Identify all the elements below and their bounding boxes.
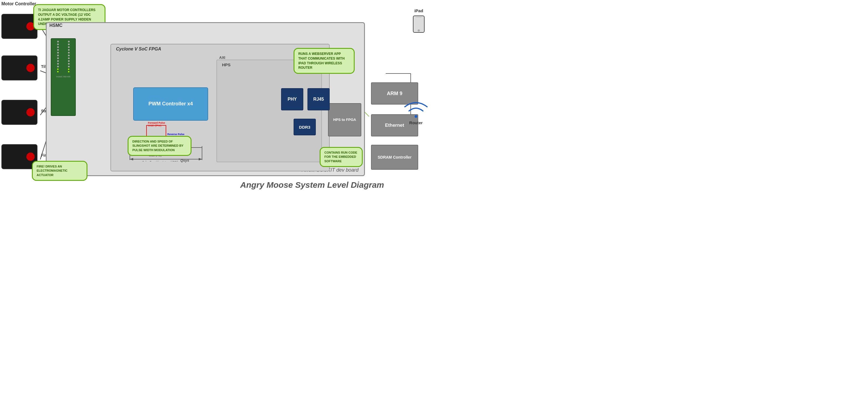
motor-stretch — [1, 100, 37, 125]
svg-rect-20 — [147, 125, 166, 136]
diagram-container: Motor Controller Pan Tilt Stretch Fire! … — [0, 0, 434, 198]
motor-pan — [1, 14, 37, 39]
router-label: Router — [402, 120, 430, 125]
router-area: Router — [402, 97, 430, 125]
pcb-board: HSMC REV05 — [51, 38, 76, 116]
sdram-box: SDRAM Controller — [371, 145, 418, 170]
ddr3-callout: CONTAINS RUN CODE FOR THE EMBEDDED SOFTW… — [320, 147, 363, 167]
svg-text:Reverse Pulse: Reverse Pulse — [167, 133, 185, 136]
rj45-box: RJ45 — [307, 88, 330, 110]
fire-callout: FIRE! DRIVES AN ELECTROMAGNETIC ACTUATOR — [32, 161, 87, 181]
axi-label: AXI — [219, 56, 225, 60]
svg-point-34 — [417, 29, 420, 32]
motor-controller-heading: Motor Controller — [1, 1, 36, 6]
cyclone-label: Cyclone V SoC FPGA — [116, 46, 161, 52]
rj45-label: RJ45 — [313, 97, 324, 102]
svg-text:Forward Pulse: Forward Pulse — [148, 122, 165, 124]
hps-box: HPS HPS to FPGA ARM 9 Ethernet SD — [216, 60, 322, 162]
sockit-board: Arrow SOCKIT dev board HSMC HSMC REV05 — [46, 22, 365, 176]
motor-tilt — [1, 56, 37, 80]
ipad-wifi-icon — [410, 14, 427, 36]
router-wifi-icon — [402, 97, 430, 119]
svg-text:Width (fPW): Width (fPW) — [148, 124, 161, 127]
ipad-label: iPad — [410, 8, 427, 13]
arm9-label: ARM 9 — [387, 91, 402, 97]
ddr3-label: DDR3 — [299, 125, 311, 130]
hsmc-label: HSMC — [50, 23, 62, 28]
main-title: Angry Moose System Level Diagram — [240, 180, 384, 190]
webserver-callout: RUNS A WEBSERVER APP THAT COMMUNICATES W… — [293, 48, 354, 74]
ipad-area: iPad — [410, 8, 427, 36]
phy-label: PHY — [288, 97, 297, 102]
ddr3-box: DDR3 — [293, 119, 316, 135]
svg-text:Pulse Repetition Interval (PRI: Pulse Repetition Interval (PRI) — [142, 161, 178, 161]
sdram-label: SDRAM Controller — [378, 155, 411, 160]
hps-fpga-label: HPS to FPGA — [333, 118, 356, 122]
hps-fpga-box: HPS to FPGA — [328, 103, 361, 136]
pwm-controller-box: PWM Controller x4 — [133, 87, 208, 121]
ethernet-label: Ethernet — [385, 123, 404, 128]
hps-label: HPS — [222, 62, 230, 67]
pwm-callout: DIRECTION AND SPEED OF SLINGSHOT ARE DET… — [128, 136, 191, 156]
phy-box: PHY — [281, 88, 303, 110]
svg-point-36 — [414, 115, 417, 118]
pwm-label: PWM Controller x4 — [149, 101, 193, 107]
